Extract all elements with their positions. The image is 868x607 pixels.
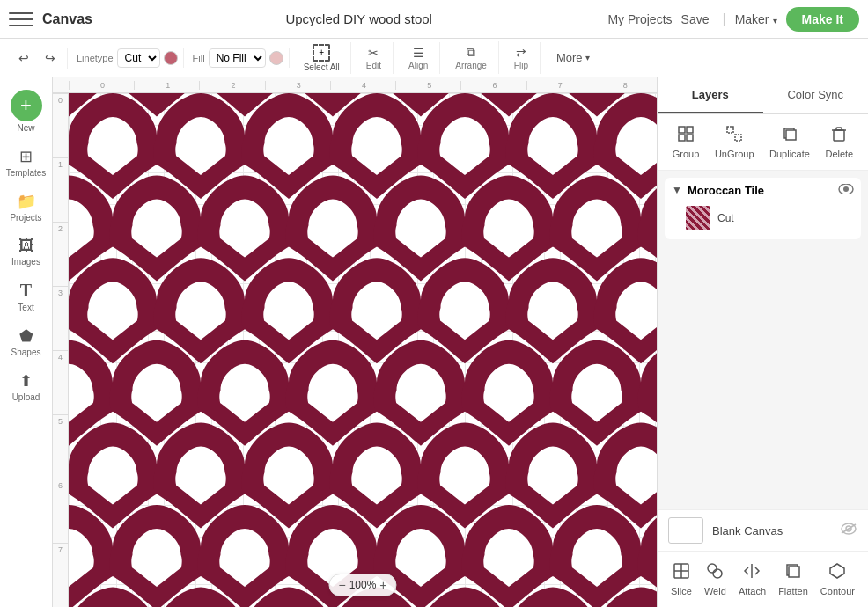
select-all-icon: + (313, 44, 330, 62)
sidebar-item-projects[interactable]: 📁 Projects (3, 186, 50, 228)
maker-label: Maker (735, 12, 769, 26)
sidebar-item-templates[interactable]: ⊞ Templates (3, 142, 50, 183)
slice-button[interactable]: Slice (666, 559, 697, 600)
right-tabs: Layers Color Sync (658, 77, 868, 114)
slice-icon (673, 562, 690, 583)
svg-rect-6 (727, 127, 733, 133)
layer-item-name: Cut (717, 212, 854, 224)
duplicate-button[interactable]: Duplicate (762, 121, 817, 163)
flatten-label: Flatten (778, 586, 808, 596)
maker-chevron-icon (773, 12, 777, 26)
fill-select[interactable]: No Fill (209, 48, 266, 68)
arrange-label: Arrange (455, 61, 487, 70)
more-button[interactable]: More ▾ (549, 48, 597, 68)
shapes-icon: ⬟ (19, 326, 33, 346)
sidebar-item-new[interactable]: + New (3, 84, 50, 138)
hamburger-menu[interactable] (9, 7, 33, 32)
fill-color-dot[interactable] (269, 51, 283, 65)
svg-marker-25 (830, 564, 844, 578)
align-group: ☰ Align (397, 42, 440, 74)
linetype-select[interactable]: Cut (117, 48, 160, 68)
sidebar-item-upload[interactable]: ⬆ Upload (3, 366, 50, 407)
contour-label: Contour (820, 586, 855, 596)
edit-button[interactable]: ✂ Edit (360, 42, 387, 74)
ruler-mark-left-2: 2 (53, 222, 68, 286)
weld-icon (706, 562, 724, 583)
sidebar-item-shapes[interactable]: ⬟ Shapes (3, 321, 50, 362)
contour-button[interactable]: Contour (815, 559, 860, 600)
undo-icon: ↩ (18, 51, 29, 65)
sidebar-item-text[interactable]: T Text (3, 275, 50, 318)
linetype-group: Linetype Cut (71, 48, 184, 68)
svg-point-14 (843, 186, 849, 192)
sidebar-item-new-label: New (17, 123, 34, 133)
blank-canvas-bar: Blank Canvas (658, 509, 868, 551)
delete-icon (830, 125, 848, 146)
attach-label: Attach (739, 586, 766, 596)
attach-button[interactable]: Attach (733, 559, 771, 600)
ruler-mark-left-4: 4 (53, 350, 68, 414)
zoom-in-button[interactable]: + (379, 578, 386, 592)
weld-button[interactable]: Weld (699, 559, 732, 600)
sidebar-item-upload-label: Upload (12, 392, 40, 402)
layers-content: ▼ Moroccan Tile Cut (658, 171, 868, 509)
canvas-grid[interactable]: − 100% + (69, 93, 657, 607)
layer-actions: Group UnGroup Duplicate Delete (658, 114, 868, 171)
zoom-out-button[interactable]: − (338, 578, 345, 592)
upload-icon: ⬆ (19, 371, 33, 391)
my-projects-button[interactable]: My Projects (607, 12, 672, 26)
ruler-mark-left-1: 1 (53, 157, 68, 222)
svg-rect-24 (789, 567, 799, 577)
slice-label: Slice (671, 586, 692, 596)
flatten-button[interactable]: Flatten (773, 559, 813, 600)
arrange-group: ⧉ Arrange (444, 41, 499, 74)
arrange-icon: ⧉ (467, 45, 475, 60)
svg-rect-12 (836, 128, 842, 130)
group-label: Group (673, 149, 700, 159)
group-icon (677, 125, 695, 146)
redo-button[interactable]: ↪ (39, 48, 62, 69)
svg-rect-9 (786, 130, 796, 140)
ruler-mark-left-3: 3 (53, 286, 68, 350)
ruler-mark-4: 4 (330, 81, 395, 90)
more-chevron-icon: ▾ (585, 53, 590, 62)
layer-expand-icon[interactable]: ▼ (672, 184, 682, 196)
contour-icon (828, 562, 846, 583)
duplicate-icon (781, 125, 798, 146)
align-icon: ☰ (413, 46, 424, 60)
svg-rect-2 (679, 127, 685, 133)
linetype-color-dot[interactable] (164, 51, 178, 65)
maker-button[interactable]: Maker (735, 12, 777, 26)
make-it-button[interactable]: Make It (786, 7, 859, 32)
sidebar-item-text-label: Text (18, 303, 33, 312)
sidebar-item-images[interactable]: 🖼 Images (3, 231, 50, 272)
align-button[interactable]: ☰ Align (402, 42, 434, 74)
svg-rect-4 (679, 135, 685, 141)
top-bar: Canvas Upcycled DIY wood stool My Projec… (0, 0, 868, 39)
ruler-top: 0 1 2 3 4 5 6 7 8 (53, 77, 657, 93)
edit-icon: ✂ (368, 46, 379, 60)
undo-button[interactable]: ↩ (12, 48, 35, 69)
layer-visibility-button[interactable] (838, 183, 854, 197)
linetype-label: Linetype (77, 53, 114, 63)
arrange-button[interactable]: ⧉ Arrange (449, 41, 493, 74)
attach-icon (743, 562, 761, 583)
select-all-button[interactable]: + Select All (298, 42, 345, 74)
tab-color-sync[interactable]: Color Sync (763, 77, 869, 113)
save-button[interactable]: Save (681, 12, 710, 26)
canvas-area[interactable]: 0 1 2 3 4 5 6 7 8 0 1 2 3 4 5 6 7 (53, 77, 657, 607)
ruler-mark-2: 2 (199, 81, 264, 90)
delete-button[interactable]: Delete (818, 121, 860, 163)
ungroup-button[interactable]: UnGroup (708, 121, 761, 163)
ruler-mark-6: 6 (460, 81, 526, 90)
svg-point-22 (713, 569, 722, 578)
blank-canvas-eye-button[interactable] (840, 523, 857, 538)
ruler-mark-left-6: 6 (53, 479, 68, 543)
tab-layers[interactable]: Layers (658, 77, 763, 113)
layer-group-name: Moroccan Tile (688, 184, 833, 197)
flip-button[interactable]: ⇄ Flip (508, 42, 534, 74)
layer-group-header: ▼ Moroccan Tile (672, 183, 854, 197)
group-button[interactable]: Group (666, 121, 707, 163)
moroccan-canvas (69, 93, 657, 607)
ruler-mark-left-0: 0 (53, 93, 68, 157)
